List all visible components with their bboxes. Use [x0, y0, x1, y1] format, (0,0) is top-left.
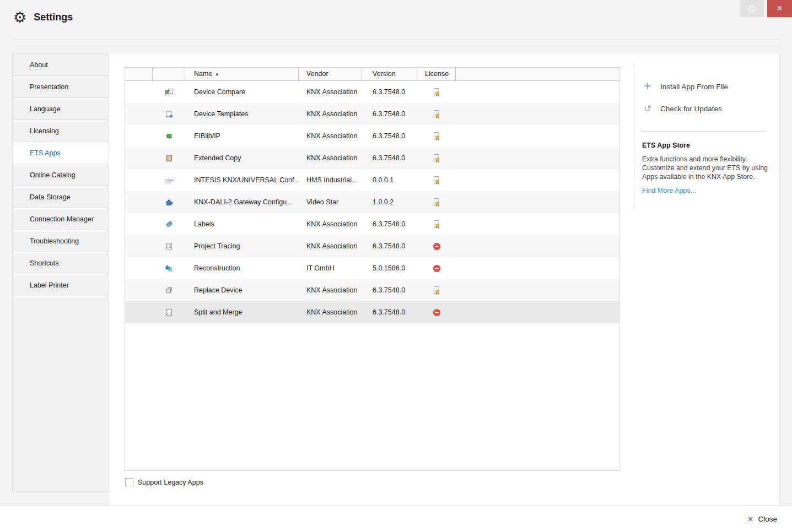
support-legacy-apps-label: Support Legacy Apps	[138, 479, 203, 486]
sidebar-item-connection-manager[interactable]: Connection Manager	[13, 208, 109, 230]
app-name: Split and Merge	[185, 308, 299, 316]
table-row[interactable]: Device CompareKNX Association6.3.7548.0	[125, 81, 619, 103]
sidebar-item-shortcuts[interactable]: Shortcuts	[13, 252, 109, 274]
column-header-version[interactable]: Version	[362, 68, 417, 80]
settings-sidebar: AboutPresentationLanguageLicensingETS Ap…	[12, 53, 109, 492]
project-tracing-icon	[153, 242, 185, 251]
table-row[interactable]: intesisINTESIS KNX/UNIVERSAL Conf...HMS …	[125, 169, 619, 191]
apps-table: Name▲ Vendor Version License Device Comp…	[125, 67, 619, 471]
sort-asc-icon: ▲	[215, 72, 218, 76]
sidebar-item-about[interactable]: About	[13, 54, 109, 76]
panel-divider	[634, 65, 634, 208]
panel-actions: +Install App From File↺Check for Updates	[642, 75, 774, 120]
find-more-apps-link[interactable]: Find More Apps...	[642, 187, 774, 194]
app-version: 6.3.7548.0	[362, 110, 417, 118]
column-header-name[interactable]: Name▲	[185, 68, 299, 80]
app-version: 6.3.7548.0	[362, 220, 417, 228]
store-description: Extra functions and more flexibility. Cu…	[642, 155, 774, 181]
puzzle-icon	[153, 198, 185, 207]
action-label: Check for Updates	[660, 105, 722, 113]
column-header-filler	[456, 68, 619, 80]
table-row[interactable]: Replace DeviceKNX Association6.3.7548.0	[125, 279, 619, 301]
sidebar-item-ets-apps[interactable]: ETS Apps	[13, 142, 109, 164]
app-vendor: KNX Association	[299, 132, 362, 140]
table-row[interactable]: Device TemplatesKNX Association6.3.7548.…	[125, 103, 619, 125]
apps-table-body: Device CompareKNX Association6.3.7548.0D…	[125, 81, 619, 323]
close-window-icon: ×	[777, 3, 783, 14]
sidebar-item-label-printer[interactable]: Label Printer	[13, 274, 109, 296]
sidebar-item-troubleshooting[interactable]: Troubleshooting	[13, 230, 109, 252]
circle-icon	[748, 6, 755, 12]
device-templates-icon	[153, 110, 185, 118]
sidebar-item-presentation[interactable]: Presentation	[13, 76, 109, 98]
sidebar-item-data-storage[interactable]: Data Storage	[13, 186, 109, 208]
app-name: Device Compare	[185, 88, 299, 96]
table-row[interactable]: RReconstructionIT GmbH5.0.1586.0	[125, 257, 619, 279]
table-row[interactable]: Split and MergeKNX Association6.3.7548.0	[125, 301, 619, 323]
app-version: 6.3.7548.0	[362, 154, 417, 162]
close-window-button[interactable]: ×	[767, 0, 792, 17]
column-header-vendor[interactable]: Vendor	[299, 68, 362, 80]
sidebar-item-online-catalog[interactable]: Online Catalog	[13, 164, 109, 186]
license-blocked-icon	[417, 308, 456, 316]
table-row[interactable]: KNX-DALI-2 Gateway Configu...Video Star1…	[125, 191, 619, 213]
app-vendor: HMS Industrial...	[299, 176, 362, 184]
header-divider	[12, 40, 780, 40]
app-name: Extended Copy	[185, 154, 299, 162]
app-version: 1.0.0.2	[362, 198, 417, 206]
app-name: Replace Device	[185, 286, 299, 294]
check-for-updates-button[interactable]: ↺Check for Updates	[642, 97, 774, 120]
close-button[interactable]: × Close	[748, 514, 777, 524]
app-name: Project Tracing	[185, 242, 299, 250]
labels-icon	[153, 220, 185, 229]
svg-text:R: R	[168, 266, 173, 273]
app-vendor: KNX Association	[299, 242, 362, 250]
action-label: Install App From File	[660, 83, 728, 91]
support-legacy-apps-checkbox[interactable]	[125, 478, 133, 486]
install-app-from-file-button[interactable]: +Install App From File	[642, 75, 774, 97]
app-name: Device Templates	[185, 110, 299, 118]
column-header-license[interactable]: License	[417, 68, 456, 80]
app-vendor: Video Star	[299, 198, 362, 206]
license-ok-icon	[417, 198, 456, 207]
license-ok-icon	[417, 132, 456, 140]
table-row[interactable]: Extended CopyKNX Association6.3.7548.0	[125, 147, 619, 169]
store-title: ETS App Store	[642, 142, 774, 149]
app-version: 0.0.0.1	[362, 176, 417, 184]
circle-button[interactable]	[740, 0, 764, 17]
app-name: INTESIS KNX/UNIVERSAL Conf...	[185, 176, 299, 184]
settings-gear-icon: ⚙	[13, 10, 26, 25]
license-ok-icon	[417, 154, 456, 162]
app-version: 6.3.7548.0	[362, 88, 417, 96]
app-name: EIBlib/IP	[185, 132, 299, 140]
replace-device-icon	[153, 286, 185, 295]
column-header-blank[interactable]	[125, 68, 153, 80]
app-version: 6.3.7548.0	[362, 242, 417, 250]
license-blocked-icon	[417, 242, 456, 250]
app-vendor: KNX Association	[299, 286, 362, 294]
app-vendor: KNX Association	[299, 154, 362, 162]
eiblib-ip-icon	[153, 132, 185, 140]
refresh-icon: ↺	[642, 104, 653, 113]
table-row[interactable]: Project TracingKNX Association6.3.7548.0	[125, 235, 619, 257]
app-vendor: KNX Association	[299, 308, 362, 316]
reconstruction-icon: R	[153, 264, 185, 273]
license-ok-icon	[417, 110, 456, 118]
sidebar-item-language[interactable]: Language	[13, 98, 109, 120]
license-ok-icon	[417, 220, 456, 229]
app-vendor: KNX Association	[299, 110, 362, 118]
window-header: ⚙ Settings	[13, 10, 73, 25]
table-row[interactable]: EIBlib/IPKNX Association6.3.7548.0	[125, 125, 619, 147]
app-vendor: IT GmbH	[299, 264, 362, 272]
svg-text:intesis: intesis	[165, 178, 174, 182]
settings-window: ⚙ Settings × AboutPresentationLanguageLi…	[0, 0, 792, 532]
app-version: 5.0.1586.0	[362, 264, 417, 272]
device-compare-icon	[153, 88, 185, 96]
app-version: 6.3.7548.0	[362, 308, 417, 316]
table-row[interactable]: LabelsKNX Association6.3.7548.0	[125, 213, 619, 235]
side-panel: +Install App From File↺Check for Updates…	[642, 72, 774, 194]
column-header-icon[interactable]	[153, 68, 185, 80]
plus-icon: +	[642, 79, 653, 93]
sidebar-item-licensing[interactable]: Licensing	[13, 120, 109, 142]
app-name: Labels	[185, 220, 299, 228]
